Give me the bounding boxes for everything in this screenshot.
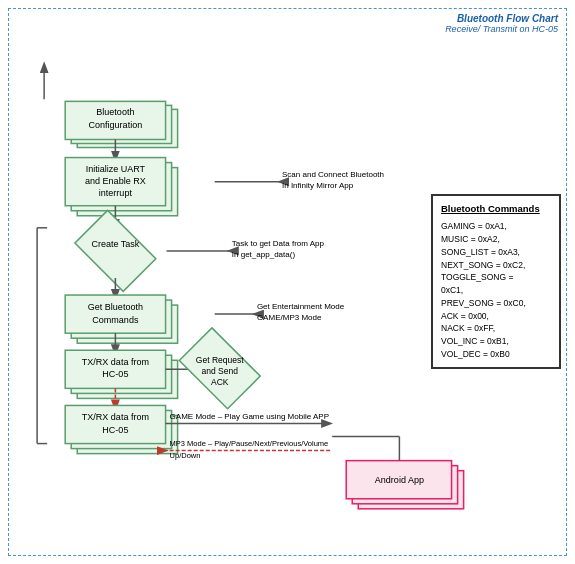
svg-rect-8 (71, 163, 171, 211)
svg-rect-33 (71, 355, 171, 393)
svg-text:Get Request: Get Request (196, 355, 244, 365)
svg-text:TX/RX data from: TX/RX data from (82, 357, 149, 367)
cmd-1: GAMING = 0xA1, (441, 220, 551, 233)
svg-rect-44 (71, 410, 171, 448)
svg-rect-9 (65, 158, 165, 206)
svg-text:Scan and Connect Bluetooth: Scan and Connect Bluetooth (282, 170, 384, 179)
svg-rect-7 (77, 168, 177, 216)
svg-text:and Enable RX: and Enable RX (85, 176, 146, 186)
svg-text:Commands: Commands (92, 315, 139, 325)
svg-rect-17 (75, 210, 156, 291)
svg-text:Get Bluetooth: Get Bluetooth (88, 302, 143, 312)
svg-text:Task to get Data from App: Task to get Data from App (232, 239, 325, 248)
svg-rect-1 (77, 109, 177, 147)
main-border: Bluetooth Flow Chart Receive/ Transmit o… (8, 8, 567, 556)
svg-rect-53 (358, 471, 463, 509)
svg-text:In get_app_data(): In get_app_data() (232, 250, 296, 259)
svg-text:Up/Down: Up/Down (170, 451, 201, 460)
svg-rect-24 (71, 300, 171, 338)
svg-text:Android App: Android App (375, 475, 424, 485)
svg-text:Get Entertainment Mode: Get Entertainment Mode (257, 302, 345, 311)
cmd-7: PREV_SONG = 0xC0, (441, 297, 551, 310)
svg-rect-55 (346, 461, 451, 499)
svg-text:In Infinity Mirror App: In Infinity Mirror App (282, 181, 354, 190)
svg-text:HC-05: HC-05 (102, 425, 128, 435)
cmd-5: TOGGLE_SONG = (441, 271, 551, 284)
chart-title: Bluetooth Flow Chart (445, 13, 558, 24)
cmd-6: 0xC1, (441, 284, 551, 297)
cmd-8: ACK = 0x00, (441, 310, 551, 323)
svg-text:MP3 Mode – Play/Pause/Next/Pre: MP3 Mode – Play/Pause/Next/Previous/Volu… (170, 439, 329, 448)
svg-rect-23 (77, 305, 177, 343)
cmd-10: VOL_INC = 0xB1, (441, 335, 551, 348)
svg-text:and Send: and Send (202, 366, 239, 376)
svg-rect-3 (65, 101, 165, 139)
svg-rect-2 (71, 105, 171, 143)
svg-rect-43 (77, 415, 177, 453)
svg-text:GAME/MP3 Mode: GAME/MP3 Mode (257, 313, 322, 322)
cmd-2: MUSIC = 0xA2, (441, 233, 551, 246)
svg-text:Create Task: Create Task (91, 239, 139, 249)
svg-text:ACK: ACK (211, 377, 229, 387)
commands-title: Bluetooth Commands (441, 202, 551, 216)
svg-text:TX/RX data from: TX/RX data from (82, 412, 149, 422)
svg-rect-32 (77, 360, 177, 398)
cmd-11: VOL_DEC = 0xB0 (441, 348, 551, 361)
svg-text:Initialize UART: Initialize UART (86, 164, 146, 174)
title-area: Bluetooth Flow Chart Receive/ Transmit o… (445, 13, 558, 34)
svg-rect-54 (352, 466, 457, 504)
svg-text:Bluetooth: Bluetooth (96, 107, 134, 117)
chart-subtitle: Receive/ Transmit on HC-05 (445, 24, 558, 34)
svg-rect-45 (65, 405, 165, 443)
svg-text:HC-05: HC-05 (102, 369, 128, 379)
page-container: Bluetooth Flow Chart Receive/ Transmit o… (0, 0, 575, 564)
cmd-9: NACK = 0xFF, (441, 322, 551, 335)
cmd-4: NEXT_SONG = 0xC2, (441, 259, 551, 272)
cmd-3: SONG_LIST = 0xA3, (441, 246, 551, 259)
svg-text:GAME Mode – Play Game using Mo: GAME Mode – Play Game using Mobile APP (170, 412, 330, 421)
svg-text:Configuration: Configuration (89, 120, 143, 130)
svg-rect-25 (65, 295, 165, 333)
svg-rect-38 (179, 328, 260, 409)
svg-text:interrupt: interrupt (99, 188, 133, 198)
svg-rect-34 (65, 350, 165, 388)
commands-list: GAMING = 0xA1, MUSIC = 0xA2, SONG_LIST =… (441, 220, 551, 360)
commands-box: Bluetooth Commands GAMING = 0xA1, MUSIC … (431, 194, 561, 369)
